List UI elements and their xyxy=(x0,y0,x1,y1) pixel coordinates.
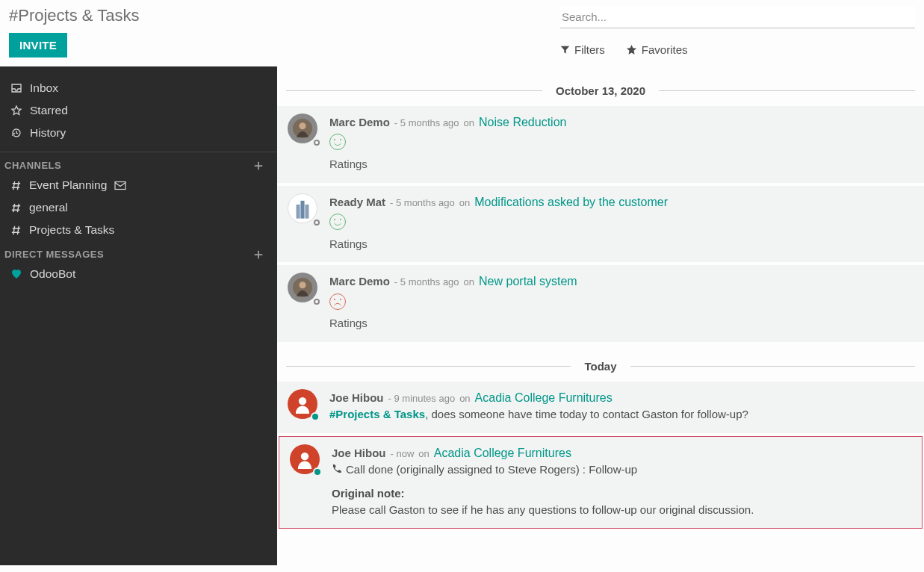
message-body: #Projects & Tasks, does someone have tim… xyxy=(329,406,914,423)
date-label: Today xyxy=(571,360,630,373)
sidebar-starred[interactable]: Starred xyxy=(0,99,277,122)
call-line: Call done (originally assigned to Steve … xyxy=(332,461,911,478)
top-bar: #Projects & Tasks INVITE Filters Favorit… xyxy=(0,0,924,66)
sidebar-history[interactable]: History xyxy=(0,122,277,144)
sidebar-history-label: History xyxy=(30,126,66,140)
message-record-link[interactable]: Noise Reduction xyxy=(479,114,566,131)
svg-point-9 xyxy=(301,453,308,460)
channel-title: #Projects & Tasks xyxy=(9,6,560,25)
message-author: Marc Demo xyxy=(329,273,390,290)
dm-header-label: DIRECT MESSAGES xyxy=(4,249,104,260)
channel-label: general xyxy=(29,201,68,214)
phone-icon xyxy=(332,464,341,473)
add-dm-button[interactable] xyxy=(250,249,267,260)
dm-header: DIRECT MESSAGES xyxy=(0,241,277,263)
avatar xyxy=(288,193,319,225)
avatar xyxy=(290,444,321,476)
svg-point-8 xyxy=(299,397,306,405)
svg-point-7 xyxy=(299,282,306,289)
channel-general[interactable]: general xyxy=(0,196,277,219)
top-right: Filters Favorites xyxy=(560,6,915,56)
star-icon xyxy=(626,44,637,55)
filters-label: Filters xyxy=(574,43,605,56)
avatar xyxy=(288,273,319,304)
sidebar-starred-label: Starred xyxy=(30,104,68,117)
envelope-icon xyxy=(114,181,126,190)
date-separator: October 13, 2020 xyxy=(286,84,915,97)
hash-icon xyxy=(10,225,22,236)
channel-event-planning[interactable]: Event Planning xyxy=(0,174,277,196)
sidebar: Inbox Starred History CHANNELS Event Pl xyxy=(0,66,277,565)
top-left: #Projects & Tasks INVITE xyxy=(9,6,560,57)
message-author: Marc Demo xyxy=(329,114,390,131)
message-on: on xyxy=(459,392,470,406)
hash-icon xyxy=(10,202,22,214)
message-time: - 5 months ago xyxy=(390,196,455,211)
message-time: - 9 minutes ago xyxy=(388,392,456,406)
funnel-icon xyxy=(560,45,570,55)
message-author: Joe Hibou xyxy=(332,445,386,461)
call-text: Call done (originally assigned to Steve … xyxy=(346,463,637,476)
inbox-icon xyxy=(10,82,22,94)
svg-rect-5 xyxy=(305,205,308,219)
channel-projects-tasks[interactable]: Projects & Tasks xyxy=(0,219,277,241)
message-author: Ready Mat xyxy=(329,194,385,211)
message-item[interactable]: Ready Mat - 5 months ago on Modification… xyxy=(277,186,924,263)
message-record-link[interactable]: Acadia College Furnitures xyxy=(475,389,613,406)
message-on: on xyxy=(418,447,429,461)
favorites-label: Favorites xyxy=(642,43,688,56)
date-label: October 13, 2020 xyxy=(542,84,659,97)
favorites-button[interactable]: Favorites xyxy=(626,43,688,56)
avatar xyxy=(288,114,319,145)
heart-icon xyxy=(10,268,22,280)
dm-odoobot[interactable]: OdooBot xyxy=(0,263,277,285)
message-item[interactable]: Marc Demo - 5 months ago on Noise Reduct… xyxy=(277,106,924,183)
message-text: , does someone have time today to contac… xyxy=(425,408,748,420)
message-on: on xyxy=(459,196,470,211)
message-on: on xyxy=(464,116,474,131)
message-item[interactable]: Marc Demo - 5 months ago on New portal s… xyxy=(277,265,924,342)
channels-header: CHANNELS xyxy=(0,152,277,174)
add-channel-button[interactable] xyxy=(250,161,267,171)
filter-row: Filters Favorites xyxy=(560,43,915,56)
note-header: Original note: xyxy=(332,485,911,502)
message-author: Joe Hibou xyxy=(329,390,384,406)
message-record-link[interactable]: Acadia College Furnitures xyxy=(434,444,571,461)
ratings-label: Ratings xyxy=(329,156,914,172)
message-time: - 5 months ago xyxy=(394,116,459,131)
svg-point-2 xyxy=(299,122,306,129)
hash-icon xyxy=(10,180,22,191)
svg-rect-3 xyxy=(297,205,300,219)
message-record-link[interactable]: Modifications asked by the customer xyxy=(474,193,668,211)
svg-rect-4 xyxy=(300,200,304,218)
status-offline-icon xyxy=(314,299,320,305)
message-time: - now xyxy=(391,447,415,461)
channel-mention[interactable]: #Projects & Tasks xyxy=(329,408,425,420)
search-input[interactable] xyxy=(560,6,915,28)
ratings-label: Ratings xyxy=(329,236,914,252)
channels-header-label: CHANNELS xyxy=(4,160,61,171)
ratings-label: Ratings xyxy=(329,315,914,332)
history-icon xyxy=(10,127,22,139)
rating-happy-icon xyxy=(329,134,346,150)
channel-label: Projects & Tasks xyxy=(29,223,114,237)
filters-button[interactable]: Filters xyxy=(560,43,605,56)
message-record-link[interactable]: New portal system xyxy=(479,273,577,290)
sidebar-inbox[interactable]: Inbox xyxy=(0,77,277,99)
rating-happy-icon xyxy=(329,214,346,230)
status-online-icon xyxy=(313,467,322,476)
invite-button[interactable]: INVITE xyxy=(9,33,67,57)
note-body: Please call Gaston to see if he has any … xyxy=(332,502,911,518)
status-online-icon xyxy=(311,412,320,421)
message-item[interactable]: Joe Hibou - 9 minutes ago on Acadia Coll… xyxy=(277,382,924,433)
message-list[interactable]: October 13, 2020 Marc Demo - 5 months ag… xyxy=(277,66,924,565)
avatar xyxy=(288,389,319,420)
rating-sad-icon xyxy=(329,293,346,310)
dm-label: OdooBot xyxy=(30,267,75,281)
channel-label: Event Planning xyxy=(29,178,107,192)
message-on: on xyxy=(464,276,474,290)
date-separator: Today xyxy=(286,360,915,373)
svg-rect-0 xyxy=(115,181,125,189)
message-item[interactable]: Joe Hibou - now on Acadia College Furnit… xyxy=(279,437,922,528)
status-offline-icon xyxy=(314,220,320,226)
